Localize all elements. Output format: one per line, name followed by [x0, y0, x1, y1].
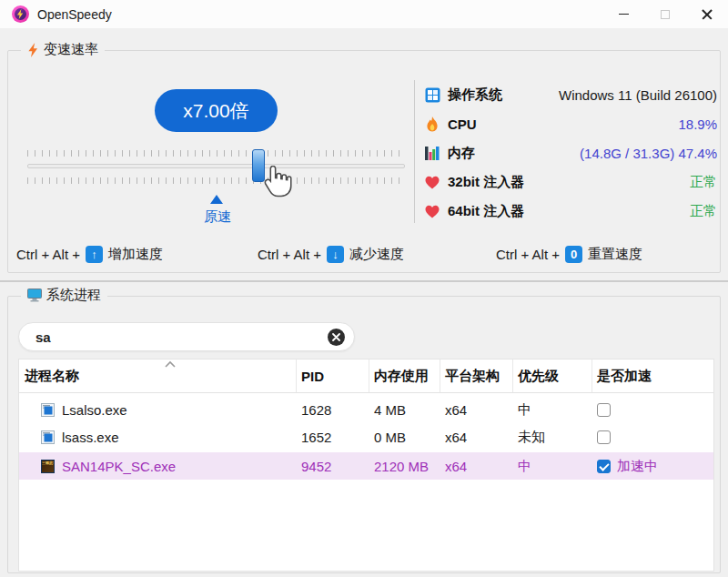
base-speed-label: 原速: [197, 208, 238, 226]
process-memory: 2120 MB: [369, 459, 440, 474]
minimize-button[interactable]: [602, 0, 644, 28]
process-name: SAN14PK_SC.exe: [62, 459, 176, 474]
title-bar: OpenSpeedy: [0, 0, 728, 28]
arrow-down-key-icon: ↓: [327, 246, 344, 263]
maximize-button[interactable]: [644, 0, 686, 28]
maximize-icon: [661, 10, 670, 19]
process-arch: x64: [440, 459, 513, 474]
injector32-status: 正常: [690, 174, 717, 191]
os-value: Windows 11 (Build 26100): [559, 87, 717, 103]
process-arch: x64: [440, 402, 513, 418]
accelerate-checkbox[interactable]: [597, 430, 611, 444]
lightning-icon: [27, 43, 39, 57]
accelerate-checkbox[interactable]: [597, 403, 611, 417]
process-memory: 4 MB: [369, 402, 440, 418]
slider-ticks-top: [27, 150, 405, 157]
process-table: 进程名称 PID 内存使用 平台架构 优先级 是否加速 Lsalso.exe 1…: [18, 359, 714, 572]
process-memory: 0 MB: [369, 430, 440, 445]
process-arch: x64: [440, 430, 513, 445]
injector64-status: 正常: [690, 203, 717, 220]
info-row-injector64: 64bit 注入器 正常: [424, 197, 717, 226]
minimize-icon: [619, 14, 629, 15]
memory-chart-icon: [424, 147, 440, 160]
speed-rate-group-label: 变速速率: [21, 41, 105, 58]
app-logo-icon: [12, 5, 29, 23]
table-row[interactable]: lsass.exe 1652 0 MB x64 未知: [19, 423, 713, 450]
process-priority: 未知: [513, 429, 592, 446]
speed-slider-handle[interactable]: [252, 149, 265, 182]
accelerating-badge: 加速中: [617, 458, 658, 475]
zero-key-icon: 0: [565, 246, 582, 263]
process-name: Lsalso.exe: [62, 402, 127, 418]
info-row-cpu: CPU 18.9%: [424, 109, 717, 138]
monitor-icon: [27, 288, 42, 302]
close-button[interactable]: [686, 0, 728, 28]
info-row-injector32: 32bit 注入器 正常: [424, 167, 717, 197]
cpu-flame-icon: [424, 116, 440, 132]
os-window-icon: [424, 87, 440, 103]
shortcut-reset-speed: Ctrl + Alt + 0 重置速度: [496, 246, 642, 263]
shortcut-increase-speed: Ctrl + Alt + ↑ 增加速度: [16, 246, 163, 263]
process-pid: 9452: [297, 459, 369, 474]
system-info-panel: 操作系统 Windows 11 (Build 26100) CPU 18.9% …: [424, 80, 717, 226]
arrow-up-key-icon: ↑: [86, 246, 103, 263]
heart-icon: [424, 205, 440, 218]
process-pid: 1628: [297, 402, 369, 418]
table-row-accelerated[interactable]: 三國志14PK SAN14PK_SC.exe 9452 2120 MB x64 …: [19, 452, 713, 480]
section-splitter[interactable]: [0, 280, 728, 282]
col-header-priority[interactable]: 优先级: [513, 359, 592, 392]
process-priority: 中: [513, 458, 592, 475]
base-speed-marker-icon: [210, 195, 223, 204]
window-title: OpenSpeedy: [37, 7, 112, 22]
openspeedy-window: OpenSpeedy 变速速率 x7.00倍 原速 操作系统 Windows 1…: [0, 0, 728, 577]
system-process-group-label: 系统进程: [21, 287, 107, 304]
memory-value: (14.8G / 31.3G) 47.4%: [580, 146, 717, 161]
col-header-accelerate[interactable]: 是否加速: [592, 359, 713, 392]
speed-multiplier-badge: x7.00倍: [155, 89, 278, 132]
info-row-memory: 内存 (14.8G / 31.3G) 47.4%: [424, 138, 717, 167]
speed-slider-track[interactable]: [27, 164, 405, 168]
col-header-pid[interactable]: PID: [297, 359, 369, 392]
panel-divider: [414, 80, 415, 223]
game-app-icon: 三國志14PK: [41, 460, 55, 473]
process-search-input[interactable]: [35, 329, 328, 345]
process-pid: 1652: [297, 430, 369, 445]
cpu-value: 18.9%: [678, 116, 717, 132]
process-priority: 中: [513, 401, 592, 419]
col-header-process-name[interactable]: 进程名称: [19, 359, 297, 392]
process-window-icon: [41, 430, 55, 444]
info-row-os: 操作系统 Windows 11 (Build 26100): [424, 80, 717, 109]
accelerate-checkbox-checked[interactable]: [597, 460, 611, 473]
col-header-arch[interactable]: 平台架构: [440, 359, 513, 392]
heart-icon: [424, 176, 440, 189]
process-window-icon: [41, 403, 55, 417]
slider-ticks-bottom: [27, 177, 405, 184]
table-header-row: 进程名称 PID 内存使用 平台架构 优先级 是否加速: [19, 359, 713, 393]
col-header-memory[interactable]: 内存使用: [369, 359, 440, 392]
shortcut-decrease-speed: Ctrl + Alt + ↓ 减少速度: [258, 246, 404, 263]
process-name: lsass.exe: [62, 430, 119, 445]
clear-search-icon[interactable]: [328, 329, 345, 346]
process-search-box: [18, 322, 355, 351]
close-icon: [702, 9, 713, 20]
table-row[interactable]: Lsalso.exe 1628 4 MB x64 中: [19, 396, 713, 423]
